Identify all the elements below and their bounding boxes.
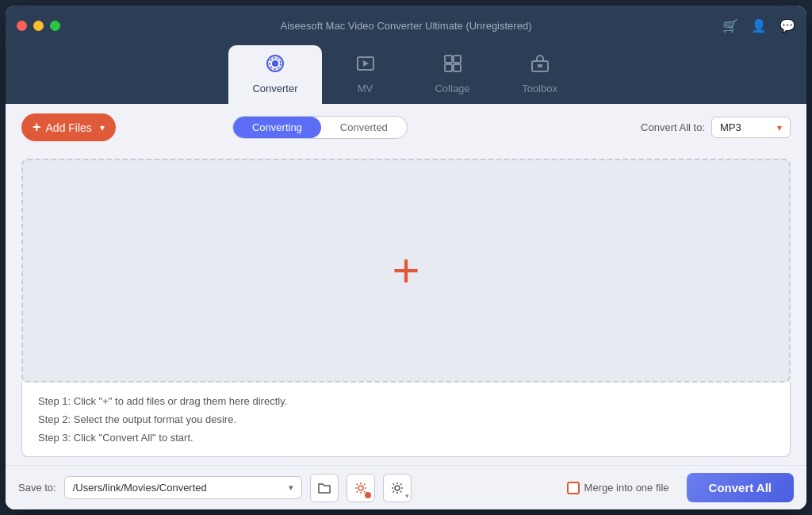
- titlebar: Aiseesoft Mac Video Converter Ultimate (…: [6, 6, 806, 45]
- format-arrow-icon: ▾: [777, 122, 782, 133]
- converting-tab[interactable]: Converting: [233, 117, 321, 138]
- tab-converter-label: Converter: [252, 83, 297, 94]
- app-window: Aiseesoft Mac Video Converter Ultimate (…: [6, 6, 806, 509]
- save-path-select[interactable]: /Users/link/Movies/Converted ▾: [64, 476, 302, 499]
- tab-collage[interactable]: Collage: [409, 45, 496, 104]
- svg-point-11: [395, 486, 400, 490]
- close-button[interactable]: [17, 21, 27, 31]
- save-path-value: /Users/link/Movies/Converted: [73, 482, 284, 494]
- traffic-lights: [17, 21, 60, 31]
- converter-icon: [265, 53, 285, 79]
- drop-area-wrapper: + Step 1: Click "+" to add files or drag…: [6, 151, 806, 465]
- add-files-label: Add Files: [46, 121, 92, 134]
- merge-checkbox[interactable]: [567, 482, 580, 494]
- notification-dot: [365, 492, 371, 498]
- format-value: MP3: [720, 121, 777, 133]
- merge-checkbox-area: Merge into one file: [567, 482, 669, 494]
- window-title: Aiseesoft Mac Video Converter Ultimate (…: [281, 20, 532, 32]
- instruction-step-3: Step 3: Click "Convert All" to start.: [38, 432, 774, 444]
- bottom-bar: Save to: /Users/link/Movies/Converted ▾: [6, 465, 806, 509]
- tab-collage-label: Collage: [435, 83, 469, 94]
- plus-icon: +: [33, 119, 41, 136]
- converted-tab[interactable]: Converted: [321, 117, 407, 138]
- chat-icon[interactable]: 💬: [779, 18, 795, 33]
- svg-rect-5: [454, 56, 461, 63]
- mv-icon: [355, 53, 376, 79]
- svg-rect-9: [538, 64, 542, 67]
- svg-rect-7: [454, 64, 461, 71]
- save-to-label: Save to:: [18, 482, 56, 494]
- svg-point-10: [358, 486, 363, 490]
- tab-toolbox[interactable]: Toolbox: [496, 45, 584, 104]
- tab-mv-label: MV: [358, 83, 373, 94]
- instructions-panel: Step 1: Click "+" to add files or drag t…: [21, 382, 791, 457]
- settings-extra-button[interactable]: [347, 474, 375, 502]
- add-files-dropdown-arrow[interactable]: ▾: [100, 122, 105, 133]
- svg-rect-4: [445, 56, 452, 63]
- collage-icon: [442, 53, 463, 79]
- add-files-button[interactable]: + Add Files ▾: [21, 113, 116, 141]
- titlebar-actions: 🛒 👤 💬: [722, 18, 795, 33]
- toolbar: + Add Files ▾ Converting Converted Conve…: [6, 104, 806, 151]
- svg-point-1: [272, 60, 278, 67]
- tab-toolbox-label: Toolbox: [522, 83, 557, 94]
- minimize-button[interactable]: [33, 21, 44, 31]
- format-select[interactable]: MP3 ▾: [711, 117, 791, 138]
- user-icon[interactable]: 👤: [751, 18, 767, 33]
- instruction-step-1: Step 1: Click "+" to add files or drag t…: [38, 395, 774, 407]
- extra-settings-button[interactable]: [383, 474, 412, 502]
- bottom-icons: [310, 474, 412, 502]
- tab-mv[interactable]: MV: [322, 45, 409, 104]
- svg-rect-6: [445, 64, 452, 71]
- main-content: + Add Files ▾ Converting Converted Conve…: [6, 104, 806, 509]
- instruction-step-2: Step 2: Select the output format you des…: [38, 413, 774, 425]
- open-folder-button[interactable]: [310, 474, 339, 502]
- drop-area[interactable]: +: [21, 159, 791, 382]
- convert-all-to-label: Convert All to:: [641, 121, 705, 133]
- nav-tabs: Converter MV Collage: [6, 45, 806, 104]
- toolbox-icon: [530, 53, 550, 79]
- convert-all-button[interactable]: Convert All: [687, 473, 794, 502]
- tab-switcher: Converting Converted: [232, 116, 408, 139]
- drop-plus-icon: +: [392, 247, 419, 294]
- merge-label: Merge into one file: [584, 482, 669, 494]
- path-arrow-icon: ▾: [289, 482, 293, 493]
- maximize-button[interactable]: [50, 21, 60, 31]
- cart-icon[interactable]: 🛒: [722, 18, 738, 33]
- tab-converter[interactable]: Converter: [228, 45, 321, 104]
